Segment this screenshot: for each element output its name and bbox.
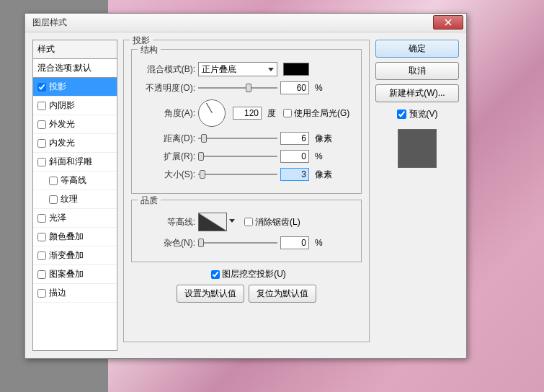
drop-shadow-group: 投影 结构 混合模式(B): 正片叠底 不透明度(O): [123, 40, 370, 342]
distance-label: 距离(D): [139, 133, 195, 145]
styles-panel: 样式 混合选项:默认 投影内阴影外发光内发光斜面和浮雕等高线纹理光泽颜色叠加渐变… [32, 40, 117, 351]
global-light-checkbox[interactable]: 使用全局光(G) [283, 107, 349, 120]
chevron-down-icon [229, 219, 235, 223]
distance-input[interactable]: 6 [280, 132, 309, 145]
style-item[interactable]: 外发光 [33, 115, 117, 134]
blend-mode-value: 正片叠底 [202, 63, 236, 76]
noise-label: 杂色(N): [139, 237, 195, 249]
style-item-label: 渐变叠加 [49, 249, 84, 262]
blend-options-row[interactable]: 混合选项:默认 [33, 59, 117, 78]
style-item[interactable]: 颜色叠加 [33, 228, 117, 246]
style-item[interactable]: 渐变叠加 [33, 246, 117, 265]
contour-label: 等高线: [139, 216, 195, 228]
new-style-button[interactable]: 新建样式(W)... [375, 84, 459, 102]
style-item-checkbox[interactable] [37, 251, 46, 260]
preview-checkbox[interactable]: 预览(V) [375, 108, 459, 120]
style-item-label: 内发光 [49, 137, 75, 149]
antialias-checkbox[interactable]: 消除锯齿(L) [244, 216, 300, 228]
antialias-check-input[interactable] [244, 218, 253, 226]
distance-slider[interactable] [198, 132, 277, 145]
style-item-label: 内阴影 [49, 99, 75, 112]
size-label: 大小(S): [139, 169, 195, 181]
spread-slider[interactable] [198, 150, 277, 163]
style-item-checkbox[interactable] [37, 214, 46, 223]
cancel-button[interactable]: 取消 [375, 62, 459, 80]
angle-input[interactable]: 120 [233, 107, 262, 120]
style-item[interactable]: 图案叠加 [33, 265, 117, 284]
reset-default-button[interactable]: 复位为默认值 [249, 285, 316, 303]
distance-unit: 像素 [315, 133, 332, 145]
angle-unit: 度 [267, 107, 276, 120]
knockout-label: 图层挖空投影(U) [222, 268, 286, 280]
structure-fieldset: 结构 混合模式(B): 正片叠底 不透明度(O): [131, 49, 362, 194]
angle-label: 角度(A): [139, 107, 195, 120]
style-item-checkbox[interactable] [49, 195, 58, 204]
style-item-label: 图案叠加 [49, 268, 84, 280]
style-item[interactable]: 斜面和浮雕 [33, 153, 117, 172]
make-default-button[interactable]: 设置为默认值 [177, 285, 244, 303]
styles-header: 样式 [33, 40, 117, 59]
right-panel: 确定 取消 新建样式(W)... 预览(V) [375, 40, 459, 351]
style-item-label: 颜色叠加 [49, 231, 84, 243]
spread-unit: % [315, 151, 323, 161]
knockout-check-input[interactable] [211, 270, 220, 279]
size-input[interactable]: 3 [280, 168, 309, 181]
opacity-label: 不透明度(O): [139, 82, 195, 94]
style-item-label: 投影 [49, 81, 66, 93]
ok-button[interactable]: 确定 [375, 40, 459, 58]
close-icon [445, 19, 452, 26]
preview-check-input[interactable] [397, 110, 406, 119]
style-item-checkbox[interactable] [37, 233, 46, 241]
style-item-checkbox[interactable] [37, 102, 46, 110]
global-light-check-input[interactable] [283, 109, 292, 117]
style-item[interactable]: 投影 [33, 78, 117, 97]
blend-mode-label: 混合模式(B): [139, 63, 195, 76]
antialias-label: 消除锯齿(L) [255, 216, 300, 228]
layer-style-dialog: 图层样式 样式 混合选项:默认 投影内阴影外发光内发光斜面和浮雕等高线纹理光泽颜… [24, 13, 467, 359]
quality-fieldset: 品质 等高线: 消除锯齿(L) 杂色(N): [131, 200, 362, 262]
contour-picker[interactable] [198, 213, 227, 231]
style-item-label: 光泽 [49, 212, 66, 224]
window-title: 图层样式 [32, 17, 67, 29]
style-item[interactable]: 光泽 [33, 209, 117, 228]
style-item[interactable]: 纹理 [33, 190, 117, 209]
style-item-checkbox[interactable] [37, 139, 46, 148]
shadow-color-swatch[interactable] [283, 63, 309, 76]
size-slider[interactable] [198, 168, 277, 181]
style-item-checkbox[interactable] [37, 83, 46, 92]
style-item-checkbox[interactable] [49, 177, 58, 185]
angle-dial[interactable] [198, 99, 226, 127]
preview-swatch [398, 129, 437, 168]
spread-label: 扩展(R): [139, 151, 195, 163]
noise-slider[interactable] [198, 236, 277, 249]
style-item-label: 斜面和浮雕 [49, 156, 92, 168]
opacity-input[interactable]: 60 [280, 81, 309, 94]
knockout-checkbox[interactable]: 图层挖空投影(U) [211, 268, 286, 280]
style-item-checkbox[interactable] [37, 270, 46, 279]
style-item[interactable]: 内阴影 [33, 97, 117, 115]
close-button[interactable] [433, 15, 463, 30]
noise-input[interactable]: 0 [280, 236, 309, 249]
size-unit: 像素 [315, 169, 332, 181]
style-item-checkbox[interactable] [37, 289, 46, 298]
titlebar: 图层样式 [25, 14, 466, 32]
style-item-label: 外发光 [49, 118, 75, 130]
global-light-label: 使用全局光(G) [294, 107, 349, 120]
style-item-label: 纹理 [61, 193, 78, 205]
style-item-label: 等高线 [61, 174, 86, 187]
style-item-checkbox[interactable] [37, 120, 46, 129]
spread-input[interactable]: 0 [280, 150, 309, 163]
main-panel: 投影 结构 混合模式(B): 正片叠底 不透明度(O): [123, 40, 370, 351]
opacity-slider[interactable] [198, 81, 277, 94]
noise-unit: % [315, 238, 323, 248]
style-item-checkbox[interactable] [37, 158, 46, 166]
style-item[interactable]: 内发光 [33, 134, 117, 153]
style-item[interactable]: 等高线 [33, 172, 117, 190]
style-item-label: 描边 [49, 287, 66, 299]
opacity-unit: % [315, 83, 323, 93]
preview-label: 预览(V) [409, 108, 438, 120]
style-item[interactable]: 描边 [33, 284, 117, 303]
blend-mode-dropdown[interactable]: 正片叠底 [198, 62, 277, 76]
chevron-down-icon [268, 68, 274, 71]
structure-legend: 结构 [138, 44, 161, 56]
